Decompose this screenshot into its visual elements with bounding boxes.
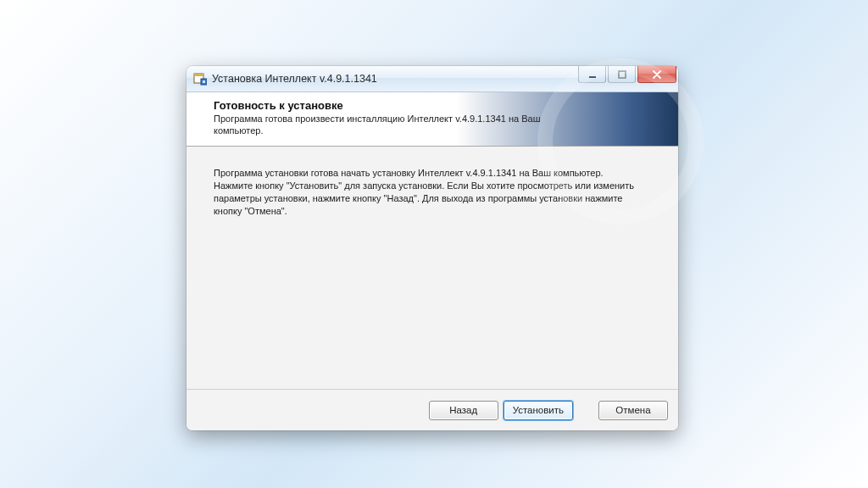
- installer-window: Установка Интеллект v.4.9.1.1341 Готовно…: [186, 66, 678, 430]
- maximize-button[interactable]: [608, 66, 636, 83]
- svg-rect-3: [203, 80, 205, 83]
- svg-rect-1: [194, 74, 203, 76]
- window-title: Установка Интеллект v.4.9.1.1341: [212, 73, 377, 85]
- install-button[interactable]: Установить: [504, 401, 573, 420]
- cancel-button[interactable]: Отмена: [598, 401, 668, 420]
- header-panel: Готовность к установке Программа готова …: [186, 92, 678, 147]
- body-panel: Программа установки готова начать устано…: [186, 147, 678, 389]
- window-controls: [576, 66, 676, 83]
- back-button[interactable]: Назад: [429, 401, 498, 420]
- page-subtitle: Программа готова произвести инсталляцию …: [214, 114, 570, 137]
- footer: Назад Установить Отмена: [186, 389, 678, 430]
- svg-rect-4: [589, 76, 596, 78]
- minimize-button[interactable]: [578, 66, 606, 83]
- titlebar[interactable]: Установка Интеллект v.4.9.1.1341: [186, 66, 678, 92]
- page-title: Готовность к установке: [214, 99, 665, 112]
- body-text: Программа установки готова начать устано…: [214, 167, 637, 217]
- installer-icon: [193, 72, 207, 86]
- svg-rect-5: [619, 71, 626, 78]
- close-button[interactable]: [637, 66, 676, 83]
